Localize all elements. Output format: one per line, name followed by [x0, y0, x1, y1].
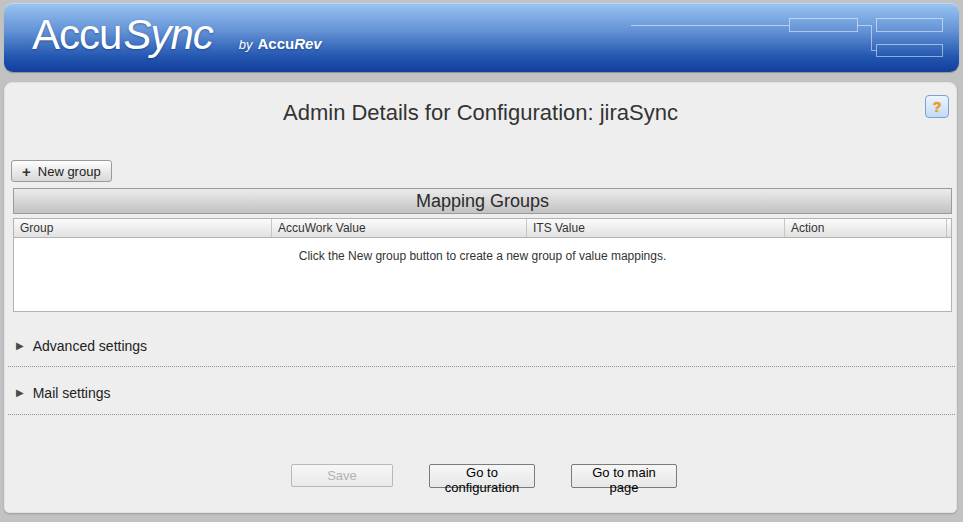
- advanced-settings-label: Advanced settings: [33, 338, 147, 354]
- mapping-groups-title: Mapping Groups: [13, 188, 952, 214]
- new-group-button[interactable]: + New group: [11, 160, 112, 182]
- column-header-accuwork-value: AccuWork Value: [272, 219, 527, 237]
- column-header-spacer: [947, 219, 951, 237]
- byline-by: by: [239, 37, 253, 52]
- table-header-row: Group AccuWork Value ITS Value Action: [13, 218, 952, 238]
- go-to-configuration-button[interactable]: Go to configuration: [429, 464, 535, 488]
- byline-brand-accu: Accu: [257, 35, 294, 52]
- main-panel: Admin Details for Configuration: jiraSyn…: [4, 82, 957, 513]
- app-header: AccuSync byAccuRev: [4, 3, 959, 72]
- mapping-groups-table: Mapping Groups Group AccuWork Value ITS …: [13, 188, 952, 312]
- collapsed-arrow-icon: ▶: [16, 341, 24, 351]
- section-mail-settings[interactable]: ▶ Mail settings: [16, 382, 111, 404]
- tree-diagram-decoration-icon: [624, 13, 949, 61]
- collapsed-arrow-icon: ▶: [16, 388, 24, 398]
- section-divider: [8, 366, 955, 367]
- section-advanced-settings[interactable]: ▶ Advanced settings: [16, 335, 147, 357]
- page-title: Admin Details for Configuration: jiraSyn…: [5, 100, 956, 126]
- byline-brand-rev: Rev: [294, 35, 322, 52]
- new-group-label: New group: [38, 164, 101, 179]
- mail-settings-label: Mail settings: [33, 385, 111, 401]
- column-header-its-value: ITS Value: [527, 219, 785, 237]
- table-body: Click the New group button to create a n…: [13, 238, 952, 312]
- section-divider: [8, 414, 955, 415]
- question-mark-icon: ?: [933, 99, 942, 115]
- column-header-group: Group: [14, 219, 272, 237]
- accusync-logo: AccuSync byAccuRev: [32, 11, 322, 59]
- empty-table-message: Click the New group button to create a n…: [14, 238, 951, 263]
- plus-icon: +: [22, 164, 31, 179]
- logo-byline: byAccuRev: [239, 35, 322, 52]
- column-header-action: Action: [785, 219, 947, 237]
- go-to-main-page-button[interactable]: Go to main page: [571, 464, 677, 488]
- save-button[interactable]: Save: [291, 464, 393, 487]
- logo-text-accu: Accu: [32, 11, 121, 59]
- logo-text-sync: Sync: [123, 11, 212, 59]
- help-button[interactable]: ?: [925, 95, 949, 118]
